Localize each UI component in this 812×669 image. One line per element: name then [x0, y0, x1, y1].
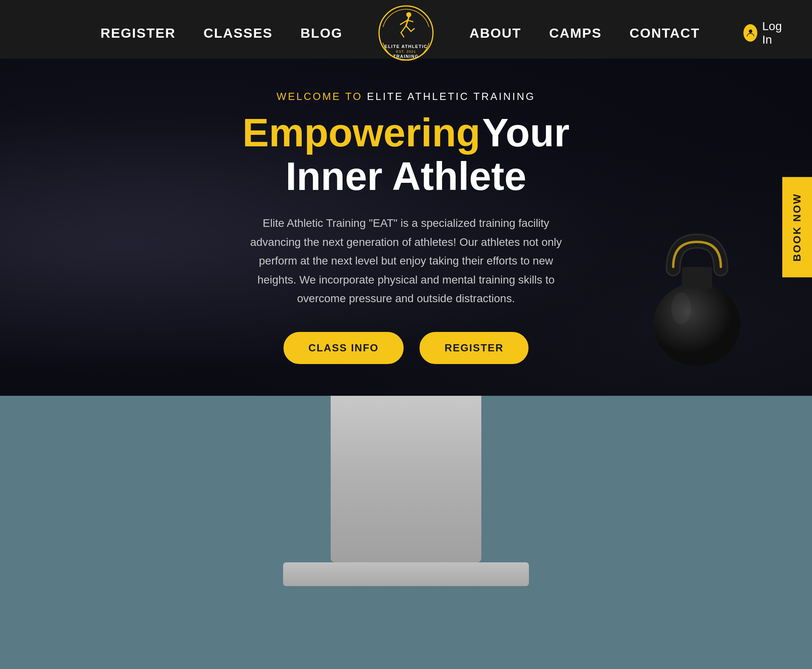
- book-now-tab[interactable]: BOOK NOW: [782, 177, 812, 278]
- navbar: REGISTER CLASSES BLOG: [0, 7, 812, 59]
- hero-buttons: CLASS INFO REGISTER: [283, 332, 529, 364]
- welcome-to: WELCOME TO: [277, 90, 363, 102]
- nav-camps[interactable]: CAMPS: [549, 25, 602, 41]
- nav-left: REGISTER CLASSES BLOG: [24, 25, 374, 41]
- nav-classes[interactable]: CLASSES: [203, 25, 273, 41]
- login-label[interactable]: Log In: [762, 19, 788, 46]
- register-button[interactable]: REGISTER: [419, 332, 529, 364]
- login-area[interactable]: Log In: [743, 19, 788, 46]
- nav-contact[interactable]: CONTACT: [630, 25, 700, 41]
- class-info-button[interactable]: CLASS INFO: [283, 332, 404, 364]
- monitor-stand: [283, 396, 529, 586]
- headline-empowering: Empowering: [243, 110, 481, 155]
- nav-blog[interactable]: BLOG: [301, 25, 343, 41]
- svg-point-1: [406, 12, 412, 17]
- logo-container[interactable]: ELITE ATHLETIC EST. 2021 TRAINING: [374, 5, 438, 61]
- nav-register[interactable]: REGISTER: [100, 25, 176, 41]
- svg-point-12: [749, 29, 752, 33]
- svg-point-16: [671, 293, 691, 324]
- website-screen: REGISTER CLASSES BLOG: [0, 7, 812, 396]
- svg-text:ELITE ATHLETIC: ELITE ATHLETIC: [385, 44, 427, 49]
- monitor-wrapper: REGISTER CLASSES BLOG: [0, 7, 812, 669]
- headline-your: Your: [482, 110, 569, 155]
- svg-point-14: [653, 283, 741, 366]
- user-icon: [743, 24, 757, 42]
- nav-about[interactable]: ABOUT: [469, 25, 521, 41]
- svg-rect-15: [682, 267, 712, 289]
- headline-inner-athlete: Inner Athlete: [285, 154, 526, 198]
- welcome-text: WELCOME TO ELITE ATHLETIC TRAINING: [277, 90, 536, 103]
- kettlebell-graphic: [638, 229, 764, 396]
- stand-neck: [331, 396, 481, 562]
- welcome-site: ELITE ATHLETIC TRAINING: [367, 90, 536, 102]
- nav-right: ABOUT CAMPS CONTACT Log In: [438, 19, 788, 46]
- hero-section: BOOK NOW WELCOME TO ELITE ATHLETIC TRAIN…: [0, 59, 812, 396]
- hero-content: WELCOME TO ELITE ATHLETIC TRAINING Empow…: [243, 90, 570, 364]
- hero-description: Elite Athletic Training "EAT" is a speci…: [243, 214, 569, 308]
- svg-text:EST. 2021: EST. 2021: [396, 50, 416, 54]
- svg-text:TRAINING: TRAINING: [393, 54, 419, 59]
- hero-headline: Empowering Your Inner Athlete: [243, 111, 570, 198]
- stand-area: [0, 396, 812, 669]
- stand-base: [283, 562, 529, 586]
